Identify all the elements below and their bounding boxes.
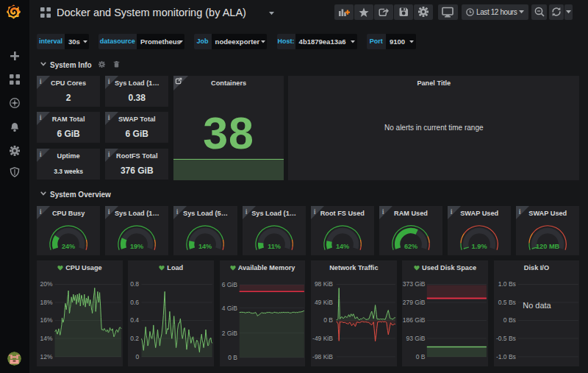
svg-text:19%: 19% bbox=[130, 243, 143, 250]
svg-text:186 GiB: 186 GiB bbox=[403, 316, 426, 324]
svg-text:49 KiB: 49 KiB bbox=[315, 299, 333, 306]
svg-text:-98 KiB: -98 KiB bbox=[312, 353, 333, 360]
svg-text:14%: 14% bbox=[40, 335, 53, 342]
svg-text:No data: No data bbox=[523, 301, 551, 310]
svg-text:-49 KiB: -49 KiB bbox=[312, 335, 333, 342]
svg-text:0 B: 0 B bbox=[323, 316, 333, 324]
svg-text:1.9%: 1.9% bbox=[472, 243, 487, 250]
svg-text:14%: 14% bbox=[336, 243, 349, 250]
svg-text:93 GiB: 93 GiB bbox=[406, 335, 426, 342]
svg-text:0 Bs: 0 Bs bbox=[503, 316, 515, 324]
svg-text:0.4: 0.4 bbox=[131, 316, 140, 324]
svg-text:0.6: 0.6 bbox=[131, 299, 140, 306]
svg-text:20%: 20% bbox=[40, 281, 53, 288]
svg-text:0 B: 0 B bbox=[228, 354, 237, 361]
svg-text:373 GiB: 373 GiB bbox=[403, 281, 426, 288]
svg-text:24%: 24% bbox=[62, 243, 75, 250]
svg-text:98 KiB: 98 KiB bbox=[315, 281, 333, 288]
svg-text:0.8: 0.8 bbox=[131, 281, 140, 288]
svg-text:1.0 Bs: 1.0 Bs bbox=[498, 281, 515, 288]
svg-text:0.5 Bs: 0.5 Bs bbox=[498, 299, 515, 306]
svg-text:62%: 62% bbox=[404, 243, 417, 250]
svg-text:2 GiB: 2 GiB bbox=[221, 330, 237, 337]
svg-text:18%: 18% bbox=[40, 299, 53, 306]
svg-text:16%: 16% bbox=[40, 316, 53, 324]
svg-text:14%: 14% bbox=[198, 243, 212, 250]
svg-text:120 MB: 120 MB bbox=[536, 243, 560, 250]
svg-text:12%: 12% bbox=[40, 353, 53, 360]
svg-text:0.2: 0.2 bbox=[131, 335, 140, 342]
svg-text:11%: 11% bbox=[268, 243, 281, 250]
svg-text:0 B: 0 B bbox=[416, 353, 426, 360]
svg-text:-0.5 Bs: -0.5 Bs bbox=[495, 335, 515, 342]
svg-text:0: 0 bbox=[136, 353, 140, 360]
svg-text:4 GiB: 4 GiB bbox=[221, 305, 237, 312]
svg-text:6 GiB: 6 GiB bbox=[221, 281, 237, 288]
svg-text:-1.0 Bs: -1.0 Bs bbox=[495, 353, 515, 360]
svg-text:279 GiB: 279 GiB bbox=[403, 299, 426, 306]
